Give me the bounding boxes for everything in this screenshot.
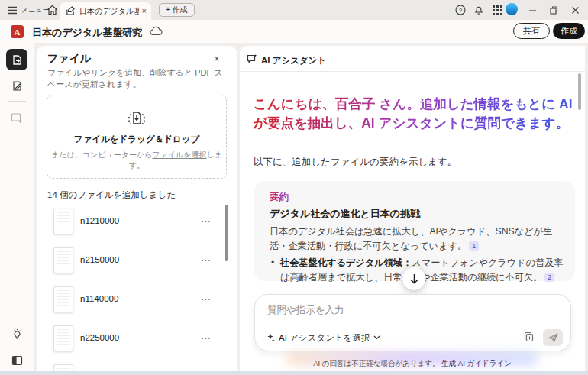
files-panel-description: ファイルやリンクを追加、削除すると PDF スペースが更新されます。 <box>47 67 225 90</box>
file-dropzone[interactable]: ファイルをドラッグ＆ドロップ または、コンピューターからファイルを選択します。 <box>47 95 227 179</box>
send-button[interactable] <box>543 329 563 346</box>
rail-panel-toggle-button[interactable] <box>6 350 27 371</box>
header-divider <box>240 71 585 72</box>
restore-icon <box>550 6 558 15</box>
file-row[interactable]: n1140000⋯ <box>37 286 237 322</box>
file-row-partial[interactable] <box>37 364 237 371</box>
hamburger-icon <box>8 6 18 15</box>
file-row[interactable]: n2250000⋯ <box>37 325 237 360</box>
citation-badge-2[interactable]: 2 <box>544 273 554 282</box>
file-options-button[interactable]: ⋯ <box>199 252 214 267</box>
dropzone-title: ファイルをドラッグ＆ドロップ <box>47 134 226 145</box>
share-button[interactable]: 共有 <box>513 23 550 39</box>
file-row[interactable]: n1210000⋯ <box>37 209 237 244</box>
app-window: メニュー 日本のデジタル基盤研... × + 作成 ? <box>0 0 588 375</box>
title-chevron-button[interactable] <box>131 28 139 34</box>
file-thumbnail <box>53 286 73 312</box>
file-row[interactable]: n2150000⋯ <box>37 247 237 283</box>
bell-icon <box>473 5 484 15</box>
files-panel: ファイル × ファイルやリンクを追加、削除すると PDF スペースが更新されます… <box>37 46 237 371</box>
new-tab-button[interactable]: + 作成 <box>159 3 195 17</box>
chevron-down-icon <box>131 28 139 34</box>
window-minimize-button[interactable] <box>525 3 539 17</box>
rail-spaces-files-button[interactable] <box>6 49 27 70</box>
prompt-input-box: AI アシスタントを選択 <box>254 294 571 351</box>
panel-toggle-icon <box>11 355 23 366</box>
summary-title: デジタル社会の進化と日本の挑戦 <box>270 207 420 221</box>
files-panel-title: ファイル <box>47 52 91 66</box>
files-scrollbar-thumb[interactable] <box>225 205 228 261</box>
file-name: n1210000 <box>80 216 119 225</box>
cloud-icon <box>150 26 163 36</box>
home-button[interactable] <box>44 3 60 17</box>
send-icon <box>548 333 558 343</box>
assistant-selector-label: AI アシスタントを選択 <box>279 332 370 344</box>
create-button[interactable]: 作成 <box>553 23 585 39</box>
ai-assistant-title: AI アシスタント <box>261 55 326 66</box>
file-name: n2150000 <box>80 255 119 264</box>
svg-text:?: ? <box>459 7 463 14</box>
help-icon: ? <box>455 5 466 15</box>
window-close-button[interactable] <box>568 3 582 17</box>
window-sparkle-icon <box>11 112 23 124</box>
tab-title: 日本のデジタル基盤研... <box>79 6 139 17</box>
space-icon <box>66 6 76 16</box>
file-thumbnail <box>53 364 73 371</box>
tab-close-icon[interactable]: × <box>142 7 147 15</box>
home-icon <box>47 5 58 15</box>
notifications-button[interactable] <box>472 3 486 17</box>
bullet-lead-text: 社会基盤化するデジタル領域： <box>280 257 412 268</box>
rail-edit-button[interactable] <box>6 75 27 96</box>
rail-suggestions-button[interactable] <box>6 324 27 345</box>
dropzone-subtitle: または、コンピューターからファイルを選択します。 <box>47 150 226 171</box>
summary-label: 要約 <box>270 191 289 204</box>
document-title: 日本のデジタル基盤研究 <box>32 26 143 40</box>
lightbulb-icon <box>11 328 23 341</box>
doc-add-icon <box>11 54 23 66</box>
summary-card: 要約 デジタル社会の進化と日本の挑戦 日本のデジタル社会は急速に拡大し、AIやク… <box>254 181 575 281</box>
help-button[interactable]: ? <box>454 3 467 17</box>
apps-grid-icon <box>493 5 502 15</box>
file-options-button[interactable]: ⋯ <box>199 213 214 228</box>
dropzone-sub-prefix: または、コンピューターから <box>51 150 152 159</box>
cloud-status-button[interactable] <box>150 26 163 36</box>
edit-pen-icon <box>11 80 23 92</box>
assistant-selector-button[interactable]: AI アシスタントを選択 <box>266 330 380 345</box>
intro-text: 以下に、追加したファイルの要約を示します。 <box>254 156 457 169</box>
chat-scrollbar-thumb[interactable] <box>578 73 581 110</box>
acrobat-logo: A <box>11 25 24 38</box>
bullet-dot: • <box>271 256 274 270</box>
file-thumbnail <box>53 325 73 351</box>
copy-icon <box>523 331 535 343</box>
files-count-text: 14 個のファイルを追加しました <box>47 189 176 201</box>
ai-assistant-menu-button[interactable]: ⋯ <box>305 51 316 63</box>
assistant-sparkle-icon <box>266 333 275 342</box>
prompt-input[interactable] <box>267 304 557 324</box>
file-select-link[interactable]: ファイルを選択 <box>152 150 206 159</box>
disclaimer-text: AI の回答は不正確な場合があります。 <box>313 359 439 367</box>
rail-generative-tools-button[interactable] <box>6 107 27 128</box>
file-options-button[interactable]: ⋯ <box>199 291 214 306</box>
citation-badge-1[interactable]: 1 <box>469 241 479 251</box>
document-tab[interactable]: 日本のデジタル基盤研... × <box>60 2 151 20</box>
menu-button[interactable]: メニュー <box>8 4 50 16</box>
file-name: n2250000 <box>80 333 119 342</box>
user-avatar[interactable] <box>506 3 518 15</box>
download-doc-icon <box>125 108 148 131</box>
files-panel-close-button[interactable]: × <box>210 52 224 66</box>
file-name: n1140000 <box>80 294 118 303</box>
scroll-to-bottom-button[interactable] <box>402 267 425 290</box>
arrow-down-icon <box>409 273 419 284</box>
file-thumbnail <box>53 209 73 234</box>
guidelines-link[interactable]: 生成 AI ガイドライン <box>441 359 512 367</box>
ai-assistant-panel: AI アシスタント ⋯ こんにちは、百合子 さん。追加した情報をもとに AI が… <box>240 46 585 371</box>
bottom-edge <box>0 371 588 375</box>
window-restore-button[interactable] <box>547 3 561 17</box>
ai-assistant-icon <box>247 53 258 64</box>
left-tool-rail <box>0 43 34 371</box>
app-launcher-button[interactable] <box>490 3 504 17</box>
file-options-button[interactable]: ⋯ <box>199 330 214 345</box>
close-icon <box>571 6 580 15</box>
minimize-icon <box>528 6 537 15</box>
copy-prompt-button[interactable] <box>523 331 537 344</box>
